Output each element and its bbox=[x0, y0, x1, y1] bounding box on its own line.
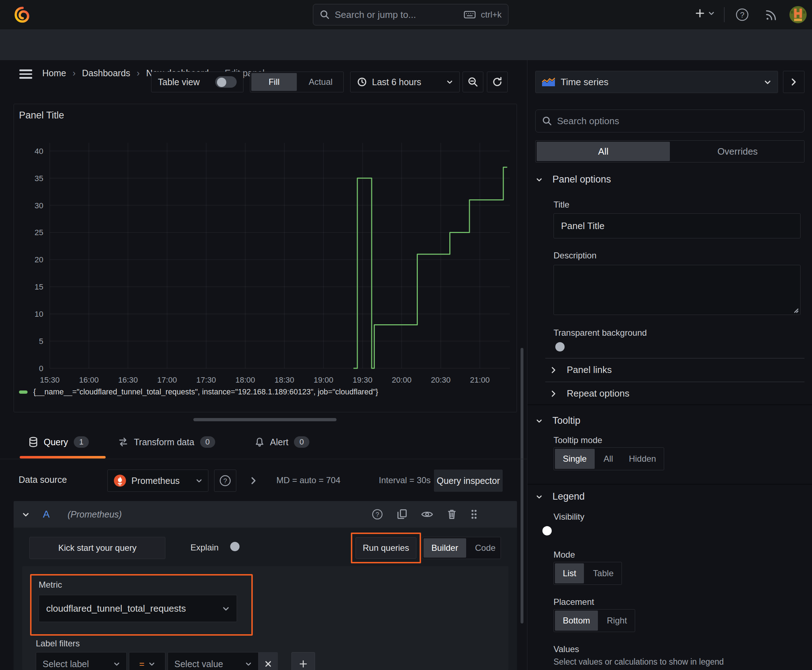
repeat-options-section[interactable]: Repeat options bbox=[551, 388, 629, 399]
tooltip-mode-all[interactable]: All bbox=[596, 448, 621, 470]
viz-name: Time series bbox=[561, 76, 758, 88]
svg-text:20: 20 bbox=[35, 255, 43, 264]
repeat-options-label: Repeat options bbox=[567, 388, 629, 399]
grafana-logo-icon[interactable] bbox=[14, 5, 32, 24]
datasource-help-button[interactable]: ? bbox=[214, 470, 236, 492]
drag-handle-grip-icon[interactable] bbox=[470, 509, 478, 520]
add-filter-button[interactable] bbox=[292, 652, 315, 670]
remove-query-trash-icon[interactable] bbox=[447, 509, 457, 520]
operator-dropdown[interactable]: = bbox=[129, 652, 165, 670]
chevron-down-icon bbox=[536, 494, 542, 499]
plus-icon bbox=[695, 8, 705, 19]
metric-highlight: Metric cloudflared_tunnel_total_requests bbox=[30, 574, 253, 636]
fill-actual-switch: Fill Actual bbox=[250, 71, 344, 92]
kick-start-query-button[interactable]: Kick start your query bbox=[29, 537, 165, 559]
tab-query-count: 1 bbox=[74, 436, 89, 448]
panel-title-input[interactable] bbox=[554, 213, 800, 239]
refresh-button[interactable] bbox=[487, 71, 508, 92]
remove-filter-button[interactable] bbox=[258, 652, 278, 670]
tab-query[interactable]: Query 1 bbox=[29, 436, 89, 448]
time-range-picker[interactable]: Last 6 hours bbox=[350, 71, 460, 92]
svg-text:20:30: 20:30 bbox=[431, 376, 451, 384]
global-search-box[interactable]: ctrl+k bbox=[313, 4, 509, 25]
metric-select[interactable]: cloudflared_tunnel_total_requests bbox=[39, 595, 237, 622]
actual-option[interactable]: Actual bbox=[298, 72, 343, 92]
zoom-out-button[interactable] bbox=[463, 71, 483, 92]
search-input[interactable] bbox=[335, 9, 459, 20]
options-expand-chevron-icon[interactable] bbox=[251, 477, 256, 485]
svg-text:40: 40 bbox=[35, 147, 43, 156]
chevron-down-icon bbox=[536, 177, 542, 182]
tooltip-title: Tooltip bbox=[553, 415, 580, 426]
legend-values-hint: Select values or calculations to show in… bbox=[554, 657, 724, 667]
resize-grip-icon[interactable] bbox=[793, 308, 799, 313]
chevron-down-icon bbox=[708, 11, 715, 16]
panel-options-header[interactable]: Panel options bbox=[536, 174, 611, 185]
tab-all[interactable]: All bbox=[537, 142, 670, 161]
svg-text:21:00: 21:00 bbox=[470, 376, 490, 384]
legend-header[interactable]: Legend bbox=[536, 491, 585, 502]
tooltip-mode-hidden[interactable]: Hidden bbox=[621, 448, 664, 470]
svg-text:0: 0 bbox=[39, 364, 43, 373]
builder-code-switch: Builder Code bbox=[422, 537, 501, 559]
datasource-picker[interactable]: Prometheus bbox=[107, 470, 209, 492]
tab-overrides[interactable]: Overrides bbox=[671, 140, 804, 162]
search-icon bbox=[320, 10, 330, 20]
options-sidebar: Time series All Overrides Panel options … bbox=[527, 60, 812, 670]
panel-links-section[interactable]: Panel links bbox=[551, 364, 612, 376]
chart-legend: {__name__="cloudflared_tunnel_total_requ… bbox=[19, 387, 378, 397]
toggle-viz-pane-button[interactable] bbox=[783, 71, 805, 93]
run-queries-button[interactable]: Run queries bbox=[356, 537, 416, 559]
query-row-header[interactable]: A (Prometheus) ? bbox=[14, 501, 517, 528]
time-series-chart[interactable]: 051015202530354015:3016:0016:3017:0017:3… bbox=[14, 135, 515, 386]
select-value-dropdown[interactable]: Select value bbox=[168, 652, 258, 670]
legend-placement-right[interactable]: Right bbox=[599, 609, 635, 632]
label-filters-row: Select label = Select value bbox=[36, 652, 315, 670]
builder-option[interactable]: Builder bbox=[424, 538, 466, 558]
query-builder-body: Metric cloudflared_tunnel_total_requests… bbox=[22, 566, 509, 670]
description-textarea[interactable] bbox=[554, 265, 800, 315]
query-inspector-button[interactable]: Query inspector bbox=[434, 470, 503, 492]
fill-option[interactable]: Fill bbox=[251, 73, 297, 91]
code-option[interactable]: Code bbox=[467, 537, 503, 559]
legend-mode-list[interactable]: List bbox=[555, 563, 584, 584]
breadcrumb-separator: › bbox=[73, 68, 76, 78]
svg-text:35: 35 bbox=[35, 174, 43, 183]
select-value-placeholder: Select value bbox=[175, 659, 240, 669]
svg-text:16:00: 16:00 bbox=[79, 376, 99, 384]
hide-response-eye-icon[interactable] bbox=[421, 510, 433, 519]
breadcrumb-dashboards[interactable]: Dashboards bbox=[82, 68, 131, 78]
zoom-out-icon bbox=[468, 76, 478, 87]
question-circle-icon: ? bbox=[219, 475, 231, 487]
new-button[interactable] bbox=[695, 8, 715, 19]
legend-series-label[interactable]: {__name__="cloudflared_tunnel_total_requ… bbox=[33, 387, 378, 397]
select-label-dropdown[interactable]: Select label bbox=[36, 652, 127, 670]
search-options-input[interactable] bbox=[557, 116, 798, 127]
legend-series-swatch[interactable] bbox=[19, 391, 27, 394]
tooltip-mode-single[interactable]: Single bbox=[555, 449, 595, 469]
breadcrumb-separator: › bbox=[137, 68, 140, 78]
legend-placement-bottom[interactable]: Bottom bbox=[555, 611, 598, 631]
query-ref-id[interactable]: A bbox=[43, 509, 50, 520]
help-icon[interactable]: ? bbox=[736, 8, 749, 22]
duplicate-query-icon[interactable] bbox=[397, 509, 407, 520]
visualization-picker[interactable]: Time series bbox=[535, 71, 778, 93]
breadcrumb-home[interactable]: Home bbox=[42, 68, 66, 78]
legend-mode-table[interactable]: Table bbox=[585, 562, 621, 584]
search-options-box[interactable] bbox=[535, 110, 805, 132]
tab-transform[interactable]: Transform data 0 bbox=[118, 436, 215, 448]
table-view-toggle[interactable] bbox=[215, 76, 237, 88]
panel-title[interactable]: Panel Title bbox=[19, 110, 64, 121]
user-avatar[interactable] bbox=[789, 6, 807, 24]
menu-toggle[interactable] bbox=[19, 69, 32, 79]
label-filters-label: Label filters bbox=[36, 638, 80, 648]
run-queries-highlight: Run queries bbox=[351, 533, 421, 563]
pane-resize-handle[interactable] bbox=[193, 418, 337, 421]
query-help-icon[interactable]: ? bbox=[371, 509, 383, 520]
operator-value: = bbox=[139, 659, 145, 669]
section-divider bbox=[527, 484, 812, 485]
collapse-chevron-icon[interactable] bbox=[22, 512, 29, 517]
tooltip-header[interactable]: Tooltip bbox=[536, 415, 580, 426]
tab-alert[interactable]: Alert 0 bbox=[255, 436, 309, 448]
news-rss-icon[interactable] bbox=[765, 8, 778, 22]
